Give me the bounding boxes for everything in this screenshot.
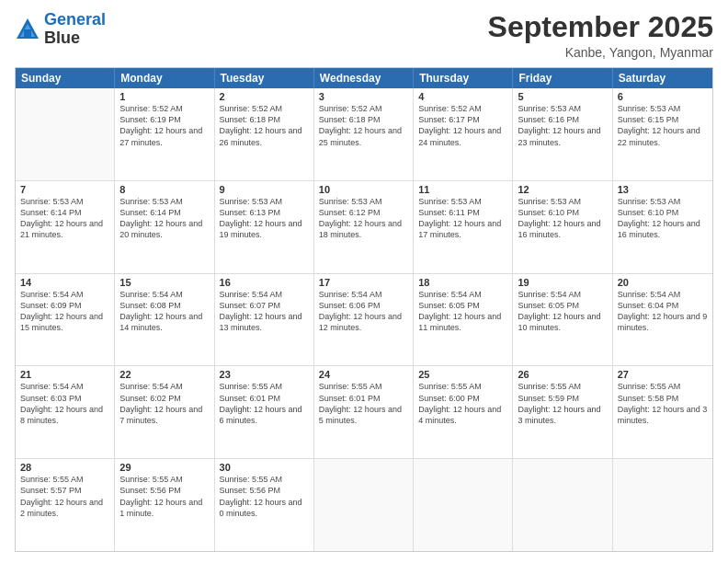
day-number: 8 [119,184,209,195]
day-number: 11 [418,184,507,195]
day-cell-24: 24Sunrise: 5:55 AM Sunset: 6:01 PM Dayli… [314,366,414,458]
cell-info: Sunrise: 5:54 AM Sunset: 6:05 PM Dayligh… [418,289,507,334]
logo-icon [15,17,40,42]
day-cell-25: 25Sunrise: 5:55 AM Sunset: 6:00 PM Dayli… [414,366,513,458]
day-cell-6: 6Sunrise: 5:53 AM Sunset: 6:15 PM Daylig… [613,88,712,180]
cell-info: Sunrise: 5:53 AM Sunset: 6:10 PM Dayligh… [518,196,607,241]
day-cell-9: 9Sunrise: 5:53 AM Sunset: 6:13 PM Daylig… [215,181,314,273]
day-cell-12: 12Sunrise: 5:53 AM Sunset: 6:10 PM Dayli… [513,181,612,273]
cell-info: Sunrise: 5:54 AM Sunset: 6:08 PM Dayligh… [119,289,209,334]
day-cell-23: 23Sunrise: 5:55 AM Sunset: 6:01 PM Dayli… [215,366,314,458]
day-cell-17: 17Sunrise: 5:54 AM Sunset: 6:06 PM Dayli… [314,274,414,366]
day-cell-30: 30Sunrise: 5:55 AM Sunset: 5:56 PM Dayli… [215,459,314,551]
cell-info: Sunrise: 5:55 AM Sunset: 5:56 PM Dayligh… [220,474,309,519]
day-number: 13 [618,184,708,195]
cell-info: Sunrise: 5:55 AM Sunset: 6:00 PM Dayligh… [418,381,507,426]
header-cell-friday: Friday [513,68,612,88]
cell-info: Sunrise: 5:53 AM Sunset: 6:13 PM Dayligh… [220,196,309,241]
day-number: 25 [418,369,507,380]
cell-info: Sunrise: 5:54 AM Sunset: 6:05 PM Dayligh… [518,289,607,334]
logo-line1: General [44,10,106,29]
cell-info: Sunrise: 5:54 AM Sunset: 6:03 PM Dayligh… [20,381,109,426]
day-number: 5 [518,91,607,102]
day-number: 14 [20,277,109,288]
day-number: 29 [119,462,209,473]
day-cell-15: 15Sunrise: 5:54 AM Sunset: 6:08 PM Dayli… [115,274,214,366]
calendar-header-row: SundayMondayTuesdayWednesdayThursdayFrid… [16,68,712,88]
month-title: September 2025 [488,11,713,43]
cell-info: Sunrise: 5:55 AM Sunset: 5:56 PM Dayligh… [119,474,209,519]
cell-info: Sunrise: 5:52 AM Sunset: 6:17 PM Dayligh… [418,103,507,148]
day-cell-21: 21Sunrise: 5:54 AM Sunset: 6:03 PM Dayli… [16,366,115,458]
calendar-row-1: 7Sunrise: 5:53 AM Sunset: 6:14 PM Daylig… [16,181,712,274]
day-cell-8: 8Sunrise: 5:53 AM Sunset: 6:14 PM Daylig… [115,181,214,273]
calendar-row-0: 1Sunrise: 5:52 AM Sunset: 6:19 PM Daylig… [16,88,712,181]
cell-info: Sunrise: 5:54 AM Sunset: 6:09 PM Dayligh… [20,289,109,334]
cell-info: Sunrise: 5:52 AM Sunset: 6:18 PM Dayligh… [220,103,309,148]
day-number: 7 [20,184,109,195]
logo-text: General Blue [44,11,106,48]
header-cell-sunday: Sunday [16,68,115,88]
day-cell-empty-4-6 [613,459,712,551]
day-cell-1: 1Sunrise: 5:52 AM Sunset: 6:19 PM Daylig… [115,88,214,180]
cell-info: Sunrise: 5:53 AM Sunset: 6:15 PM Dayligh… [618,103,708,148]
day-number: 6 [618,91,708,102]
cell-info: Sunrise: 5:53 AM Sunset: 6:16 PM Dayligh… [518,103,607,148]
day-number: 27 [618,369,708,380]
day-cell-4: 4Sunrise: 5:52 AM Sunset: 6:17 PM Daylig… [414,88,513,180]
day-number: 21 [20,369,109,380]
day-cell-20: 20Sunrise: 5:54 AM Sunset: 6:04 PM Dayli… [613,274,712,366]
day-cell-19: 19Sunrise: 5:54 AM Sunset: 6:05 PM Dayli… [513,274,612,366]
day-cell-7: 7Sunrise: 5:53 AM Sunset: 6:14 PM Daylig… [16,181,115,273]
cell-info: Sunrise: 5:55 AM Sunset: 5:57 PM Dayligh… [20,474,109,519]
day-number: 18 [418,277,507,288]
cell-info: Sunrise: 5:54 AM Sunset: 6:06 PM Dayligh… [319,289,408,334]
day-number: 3 [319,91,408,102]
day-number: 10 [319,184,408,195]
day-number: 20 [618,277,708,288]
location: Kanbe, Yangon, Myanmar [488,45,713,60]
day-cell-empty-4-4 [414,459,513,551]
day-number: 4 [418,91,507,102]
cell-info: Sunrise: 5:55 AM Sunset: 5:59 PM Dayligh… [518,381,607,426]
day-cell-10: 10Sunrise: 5:53 AM Sunset: 6:12 PM Dayli… [314,181,414,273]
day-cell-empty-0-0 [16,88,115,180]
day-cell-26: 26Sunrise: 5:55 AM Sunset: 5:59 PM Dayli… [513,366,612,458]
day-cell-22: 22Sunrise: 5:54 AM Sunset: 6:02 PM Dayli… [115,366,214,458]
day-cell-29: 29Sunrise: 5:55 AM Sunset: 5:56 PM Dayli… [115,459,214,551]
day-cell-empty-4-3 [314,459,414,551]
cell-info: Sunrise: 5:55 AM Sunset: 6:01 PM Dayligh… [220,381,309,426]
day-cell-27: 27Sunrise: 5:55 AM Sunset: 5:58 PM Dayli… [613,366,712,458]
calendar-body: 1Sunrise: 5:52 AM Sunset: 6:19 PM Daylig… [16,88,712,551]
day-number: 15 [119,277,209,288]
day-cell-28: 28Sunrise: 5:55 AM Sunset: 5:57 PM Dayli… [16,459,115,551]
cell-info: Sunrise: 5:53 AM Sunset: 6:11 PM Dayligh… [418,196,507,241]
cell-info: Sunrise: 5:53 AM Sunset: 6:10 PM Dayligh… [618,196,708,241]
day-number: 30 [220,462,309,473]
day-number: 2 [220,91,309,102]
day-number: 9 [220,184,309,195]
day-cell-18: 18Sunrise: 5:54 AM Sunset: 6:05 PM Dayli… [414,274,513,366]
header: General Blue September 2025 Kanbe, Yango… [15,11,713,60]
header-cell-thursday: Thursday [414,68,513,88]
day-cell-13: 13Sunrise: 5:53 AM Sunset: 6:10 PM Dayli… [613,181,712,273]
header-cell-saturday: Saturday [613,68,712,88]
day-number: 23 [220,369,309,380]
header-cell-tuesday: Tuesday [215,68,314,88]
calendar-row-4: 28Sunrise: 5:55 AM Sunset: 5:57 PM Dayli… [16,459,712,551]
page: General Blue September 2025 Kanbe, Yango… [0,0,728,563]
cell-info: Sunrise: 5:54 AM Sunset: 6:04 PM Dayligh… [618,289,708,334]
day-cell-empty-4-5 [513,459,612,551]
logo: General Blue [15,11,106,48]
day-number: 24 [319,369,408,380]
svg-rect-2 [24,29,31,37]
cell-info: Sunrise: 5:52 AM Sunset: 6:19 PM Dayligh… [119,103,209,148]
day-cell-3: 3Sunrise: 5:52 AM Sunset: 6:18 PM Daylig… [314,88,414,180]
header-cell-wednesday: Wednesday [314,68,414,88]
cell-info: Sunrise: 5:54 AM Sunset: 6:02 PM Dayligh… [119,381,209,426]
title-block: September 2025 Kanbe, Yangon, Myanmar [488,11,713,60]
cell-info: Sunrise: 5:53 AM Sunset: 6:14 PM Dayligh… [20,196,109,241]
cell-info: Sunrise: 5:52 AM Sunset: 6:18 PM Dayligh… [319,103,408,148]
day-number: 22 [119,369,209,380]
cell-info: Sunrise: 5:54 AM Sunset: 6:07 PM Dayligh… [220,289,309,334]
